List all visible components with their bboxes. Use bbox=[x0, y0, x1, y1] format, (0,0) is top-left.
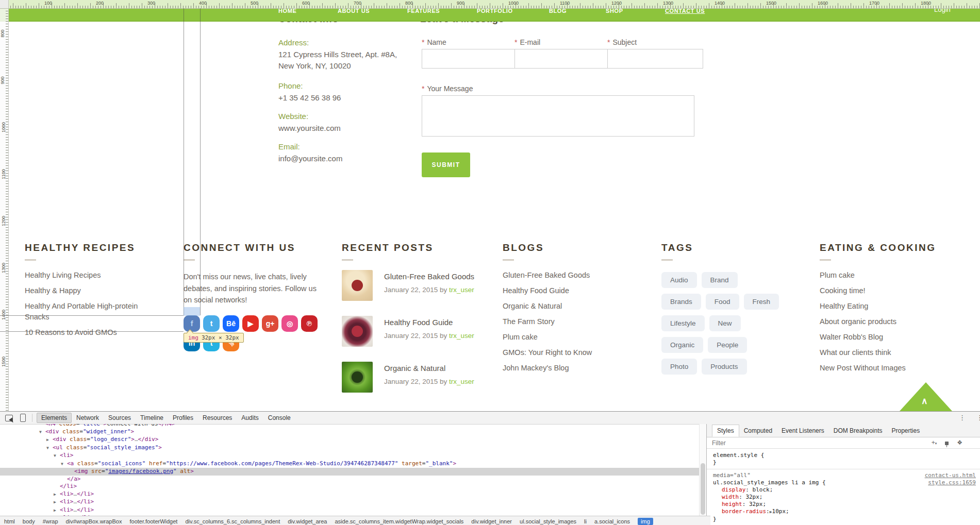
inspect-element-icon[interactable] bbox=[5, 415, 13, 421]
expand-arrow-open[interactable]: ▼ bbox=[46, 445, 53, 452]
youtube-icon[interactable]: ▶ bbox=[242, 315, 259, 332]
breadcrumb-item[interactable]: body bbox=[23, 518, 35, 524]
expand-arrow-closed[interactable]: ▶ bbox=[54, 499, 60, 506]
eating-link[interactable]: Healthy Eating bbox=[820, 301, 943, 312]
tag-pill[interactable]: Brands bbox=[661, 294, 701, 310]
tag-pill[interactable]: Products bbox=[702, 359, 746, 375]
post-thumbnail-lettuce[interactable] bbox=[342, 362, 373, 393]
styles-filter-input[interactable] bbox=[707, 438, 851, 448]
eating-link[interactable]: Cooking time! bbox=[820, 285, 943, 296]
tag-pill[interactable]: New bbox=[709, 315, 741, 331]
blog-link[interactable]: Gluten-Free Baked Goods bbox=[503, 270, 626, 281]
name-input[interactable] bbox=[422, 49, 518, 69]
blog-link[interactable]: Healthy Food Guide bbox=[503, 285, 626, 296]
breadcrumb-item[interactable]: div.widget_inner bbox=[471, 518, 512, 524]
expand-arrow-closed[interactable]: ▶ bbox=[54, 507, 60, 515]
devtools-menu-icon-2[interactable]: ⋮ bbox=[976, 414, 980, 421]
breadcrumb-item[interactable]: li bbox=[584, 518, 587, 524]
eating-link[interactable]: About organic products bbox=[820, 316, 943, 327]
attribute-value-link[interactable]: images/facebook.png bbox=[108, 468, 173, 475]
breadcrumb-item[interactable]: aside.sc_columns_item.widgetWrap.widget_… bbox=[335, 518, 463, 524]
eating-link[interactable]: Walter Robb's Blog bbox=[820, 332, 943, 343]
tree-line[interactable]: ▶<li>…</li> bbox=[0, 498, 699, 506]
tag-pill[interactable]: Organic bbox=[661, 337, 703, 353]
eating-link[interactable]: New Post Without Images bbox=[820, 363, 943, 374]
expand-arrow-closed[interactable]: ▶ bbox=[54, 491, 60, 499]
devtools-tab-profiles[interactable]: Profiles bbox=[168, 413, 198, 423]
scrollbar-thumb[interactable] bbox=[701, 463, 705, 515]
blog-link[interactable]: Organic & Natural bbox=[503, 301, 626, 312]
blog-link[interactable]: The Farm Story bbox=[503, 316, 626, 327]
breadcrumb-item[interactable]: div#wrapBox.wrapBox bbox=[66, 518, 122, 524]
tree-line[interactable]: ▶<li>…</li> bbox=[0, 506, 699, 515]
tree-line[interactable]: </a> bbox=[0, 476, 699, 483]
post-title[interactable]: Gluten-Free Baked Goods bbox=[384, 272, 474, 281]
tree-line[interactable]: ▼<li> bbox=[0, 452, 699, 460]
behance-icon[interactable]: Bē bbox=[223, 315, 239, 332]
stylesheet-link[interactable]: contact-us.html bbox=[925, 472, 976, 479]
breadcrumb-item[interactable]: footer.footerWidget bbox=[129, 518, 177, 524]
recipes-link[interactable]: Healthy And Portable High-protein Snacks bbox=[25, 301, 154, 323]
sidebar-tab-dom-breakpoints[interactable]: DOM Breakpoints bbox=[829, 425, 887, 436]
device-mode-icon[interactable] bbox=[20, 414, 26, 422]
dribbble-icon[interactable]: ◎ bbox=[281, 315, 298, 332]
submit-button[interactable]: SUBMIT bbox=[422, 153, 470, 177]
tag-pill[interactable]: Brand bbox=[702, 272, 738, 288]
css-property[interactable]: width: 32px; bbox=[713, 494, 965, 501]
sidebar-tab-properties[interactable]: Properties bbox=[887, 425, 924, 436]
expand-arrow-open[interactable]: ▼ bbox=[61, 461, 67, 468]
element-state-icon[interactable]: ❖ bbox=[957, 439, 962, 446]
twitter-icon[interactable]: t bbox=[203, 315, 220, 332]
message-textarea[interactable] bbox=[422, 95, 694, 137]
devtools-tab-sources[interactable]: Sources bbox=[104, 413, 136, 423]
subject-input[interactable] bbox=[607, 49, 703, 69]
post-title[interactable]: Organic & Natural bbox=[384, 364, 474, 372]
e-mail-input[interactable] bbox=[514, 49, 610, 69]
eating-link[interactable]: Plum cake bbox=[820, 270, 943, 281]
recipes-link[interactable]: Healthy & Happy bbox=[25, 285, 154, 296]
tree-line[interactable]: ▶<div class="logo_descr">…</div> bbox=[0, 436, 699, 444]
expand-arrow-icon[interactable]: ▶ bbox=[770, 510, 772, 514]
tree-line[interactable]: ▶<li>…</li> bbox=[0, 490, 699, 499]
tag-pill[interactable]: Fresh bbox=[744, 294, 779, 310]
pinterest-icon[interactable]: ℗ bbox=[301, 315, 318, 332]
expand-arrow-open[interactable]: ▼ bbox=[39, 429, 45, 436]
css-property[interactable]: height: 32px; bbox=[713, 501, 965, 508]
breadcrumb-item[interactable]: a.social_icons bbox=[594, 518, 630, 524]
tag-pill[interactable]: Lifestyle bbox=[661, 315, 705, 331]
tree-line[interactable]: ▼<ul class="social_style_images"> bbox=[0, 444, 699, 452]
breadcrumb-item[interactable]: div.sc_columns_6.sc_columns_indent bbox=[185, 518, 280, 524]
breadcrumb-item[interactable]: ul.social_style_images bbox=[520, 518, 576, 524]
breadcrumb-item[interactable]: img bbox=[638, 518, 653, 525]
devtools-tab-resources[interactable]: Resources bbox=[198, 413, 237, 423]
breadcrumb-item[interactable]: html bbox=[4, 518, 15, 524]
tree-line[interactable]: <h4 class="title">connect with us</h4> bbox=[0, 424, 699, 428]
tag-pill[interactable]: People bbox=[708, 337, 747, 353]
recipes-link[interactable]: 10 Reasons to Avoid GMOs bbox=[25, 327, 154, 338]
expand-arrow-open[interactable]: ▼ bbox=[54, 452, 60, 460]
sidebar-tab-styles[interactable]: Styles bbox=[712, 425, 739, 437]
blog-link[interactable]: Plum cake bbox=[503, 332, 626, 343]
breadcrumb-item[interactable]: #wrap bbox=[43, 518, 58, 524]
devtools-menu-icon[interactable]: ⋮ bbox=[959, 414, 966, 421]
tree-line[interactable]: <img src="images/facebook.png" alt> bbox=[0, 468, 699, 476]
rule-selector[interactable]: ul.social_style_images li a img {style.c… bbox=[713, 479, 965, 486]
recipes-link[interactable]: Healthy Living Recipes bbox=[25, 270, 154, 281]
sidebar-tab-computed[interactable]: Computed bbox=[739, 425, 777, 436]
post-author-link[interactable]: trx_user bbox=[449, 286, 474, 294]
tree-line[interactable]: ▼<a class="social_icons" href="https://w… bbox=[0, 460, 699, 468]
tree-line[interactable]: ▼<div class="widget_inner"> bbox=[0, 428, 699, 436]
tree-line[interactable]: </li> bbox=[0, 483, 699, 490]
post-title[interactable]: Healthy Food Guide bbox=[384, 318, 474, 327]
rule-selector[interactable]: element.style { bbox=[713, 452, 965, 459]
devtools-tab-console[interactable]: Console bbox=[263, 413, 295, 423]
breadcrumb-item[interactable]: div.widget_area bbox=[288, 518, 327, 524]
post-author-link[interactable]: trx_user bbox=[449, 332, 474, 340]
blog-link[interactable]: John Mackey's Blog bbox=[503, 363, 626, 374]
tag-pill[interactable]: Audio bbox=[661, 272, 697, 288]
post-thumbnail-berries[interactable] bbox=[342, 316, 373, 347]
devtools-tab-elements[interactable]: Elements bbox=[37, 413, 72, 423]
devtools-tab-timeline[interactable]: Timeline bbox=[136, 413, 168, 423]
devtools-tab-network[interactable]: Network bbox=[72, 413, 104, 423]
stylesheet-link[interactable]: style.css:1659 bbox=[928, 479, 976, 486]
